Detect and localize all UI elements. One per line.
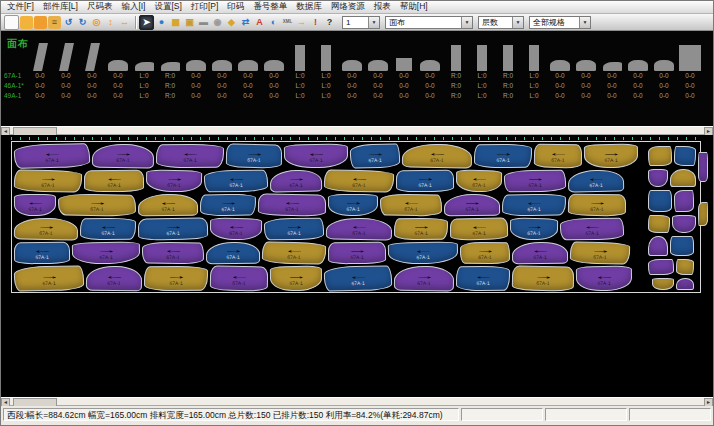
help-icon[interactable]: ? (323, 16, 336, 29)
pattern-piece[interactable]: →67A-1 (144, 266, 208, 292)
export-icon[interactable]: → (295, 16, 308, 29)
globe-icon[interactable]: ◐ (267, 16, 280, 29)
piece-column-8[interactable]: 0-00-00-0 (235, 33, 261, 101)
pattern-piece[interactable]: ←67A-1 (534, 144, 582, 169)
send-icon[interactable]: ◆ (225, 16, 238, 29)
piece-column-16[interactable]: R:0R:0R:0 (443, 33, 469, 101)
menu-item-1[interactable]: 部件库[L] (43, 1, 78, 13)
piece-column-23[interactable]: 0-00-00-0 (625, 33, 651, 101)
piece-column-3[interactable]: 0-00-00-0 (105, 33, 131, 101)
pattern-piece[interactable]: →67A-1 (460, 242, 510, 265)
pattern-piece[interactable]: →67A-1 (512, 265, 574, 291)
pattern-piece-small[interactable] (676, 278, 694, 290)
pattern-piece[interactable]: ←67A-1 (502, 193, 566, 216)
piece-column-21[interactable]: 0-00-00-0 (573, 33, 599, 101)
redo-icon[interactable]: ↻ (76, 16, 89, 29)
piece-column-22[interactable]: 0-00-00-0 (599, 33, 625, 101)
chevron-down-icon[interactable]: ▼ (512, 17, 523, 28)
piece-column-24[interactable]: 0-00-00-0 (651, 33, 677, 101)
pattern-piece[interactable]: →67A-1 (72, 241, 140, 264)
pattern-piece[interactable]: →67A-1 (270, 266, 322, 292)
menu-item-11[interactable]: 帮助[H] (400, 1, 428, 13)
pattern-piece-small[interactable] (648, 259, 674, 275)
piece-column-17[interactable]: L:0L:0L:0 (469, 33, 495, 101)
search-piece-icon[interactable]: ◉ (211, 16, 224, 29)
piece-column-13[interactable]: 0-00-00-0 (365, 33, 391, 101)
pattern-piece-small[interactable] (672, 215, 696, 233)
piece-column-6[interactable]: 0-00-00-0 (183, 33, 209, 101)
swap-arrows-icon[interactable]: ⇄ (239, 16, 252, 29)
pattern-piece[interactable]: →67A-1 (328, 242, 386, 265)
pattern-piece[interactable]: →67A-1 (138, 217, 208, 240)
piece-column-25[interactable]: 0-00-00-0 (677, 33, 703, 101)
pattern-piece[interactable]: ←67A-1 (380, 193, 442, 216)
pattern-piece[interactable]: ←67A-1 (568, 169, 624, 192)
pattern-piece[interactable]: →67A-1 (394, 218, 448, 241)
menu-item-2[interactable]: 尺码表 (87, 1, 113, 13)
pattern-piece[interactable]: →67A-1 (58, 193, 136, 216)
stamp-icon[interactable]: ▣ (183, 16, 196, 29)
grid-icon[interactable]: ▦ (169, 16, 182, 29)
pattern-piece[interactable]: ←67A-1 (324, 265, 393, 291)
pattern-piece[interactable]: →67A-1 (226, 143, 282, 168)
save-icon[interactable] (34, 16, 47, 29)
pattern-piece[interactable]: →67A-1 (568, 194, 626, 217)
text-tool-icon[interactable]: A (253, 16, 266, 29)
pattern-piece-small[interactable] (648, 146, 672, 166)
flip-vertical-icon[interactable]: ↕ (104, 16, 117, 29)
pattern-piece[interactable]: →67A-1 (584, 144, 638, 169)
pointer-tool-icon[interactable]: ➤ (139, 15, 154, 30)
marker-scrollbar[interactable]: ◄► (1, 397, 713, 406)
pattern-piece[interactable]: ←67A-1 (14, 242, 70, 265)
pattern-piece[interactable]: ←67A-1 (456, 170, 502, 193)
pattern-piece[interactable]: ←67A-1 (324, 169, 394, 192)
pattern-piece[interactable]: →67A-1 (474, 144, 532, 169)
menu-item-10[interactable]: 报表 (374, 1, 391, 13)
plotter-icon[interactable]: ▬ (197, 16, 210, 29)
piece-column-0[interactable]: 0-00-00-0 (27, 33, 53, 101)
pattern-piece-small[interactable] (648, 169, 668, 187)
chevron-down-icon[interactable]: ▼ (461, 17, 472, 28)
undo-icon[interactable]: ↺ (62, 16, 75, 29)
chevron-down-icon[interactable]: ▼ (579, 17, 590, 28)
pattern-piece[interactable]: →67A-1 (394, 266, 454, 292)
import-marker-icon[interactable]: ≡ (48, 16, 61, 29)
piece-column-12[interactable]: 0-00-00-0 (339, 33, 365, 101)
piece-column-4[interactable]: L:0L:0L:0 (131, 33, 157, 101)
chevron-down-icon[interactable]: ▼ (368, 17, 379, 28)
piece-column-1[interactable]: 0-00-00-0 (53, 33, 79, 101)
pattern-piece[interactable]: ←67A-1 (204, 170, 268, 193)
menu-item-0[interactable]: 文件[F] (7, 1, 34, 13)
menu-item-6[interactable]: 印码 (227, 1, 244, 13)
pattern-piece-small[interactable] (652, 278, 674, 290)
pattern-piece[interactable]: ←67A-1 (576, 266, 632, 292)
wheel-icon[interactable]: ● (155, 16, 168, 29)
piece-column-9[interactable]: 0-00-00-0 (261, 33, 287, 101)
pattern-piece[interactable]: →67A-1 (396, 170, 454, 193)
pattern-piece[interactable]: ←67A-1 (142, 242, 204, 265)
piece-column-10[interactable]: L:0L:0L:0 (287, 33, 313, 101)
pattern-piece[interactable]: ←67A-1 (14, 194, 56, 216)
pattern-piece[interactable]: ←67A-1 (450, 217, 508, 240)
xml-icon[interactable]: XML (281, 16, 294, 29)
pattern-piece[interactable]: ←67A-1 (258, 193, 326, 216)
pattern-piece[interactable]: ←67A-1 (326, 217, 392, 240)
pattern-piece[interactable]: ←67A-1 (156, 144, 224, 169)
layer-combo[interactable]: 层数▼ (478, 16, 524, 29)
piece-column-14[interactable]: 0-00-00-0 (391, 33, 417, 101)
pattern-piece[interactable]: ←67A-1 (86, 266, 142, 292)
pattern-piece[interactable]: →67A-1 (14, 169, 82, 192)
menu-item-7[interactable]: 番号整单 (253, 1, 287, 13)
pattern-piece[interactable]: →67A-1 (14, 265, 85, 291)
pattern-piece[interactable]: ←67A-1 (262, 241, 326, 264)
flip-horizontal-icon[interactable]: ↔ (118, 16, 131, 29)
pattern-piece[interactable]: ←67A-1 (402, 143, 472, 168)
pattern-piece-small[interactable] (670, 169, 696, 187)
pattern-piece-small[interactable] (674, 146, 696, 166)
menu-item-5[interactable]: 打印[P] (191, 1, 218, 13)
piece-column-11[interactable]: L:0L:0L:0 (313, 33, 339, 101)
piece-column-19[interactable]: L:0L:0L:0 (521, 33, 547, 101)
piece-column-15[interactable]: 0-00-00-0 (417, 33, 443, 101)
pattern-piece[interactable]: →67A-1 (270, 169, 322, 192)
pattern-piece[interactable]: →67A-1 (264, 218, 324, 241)
